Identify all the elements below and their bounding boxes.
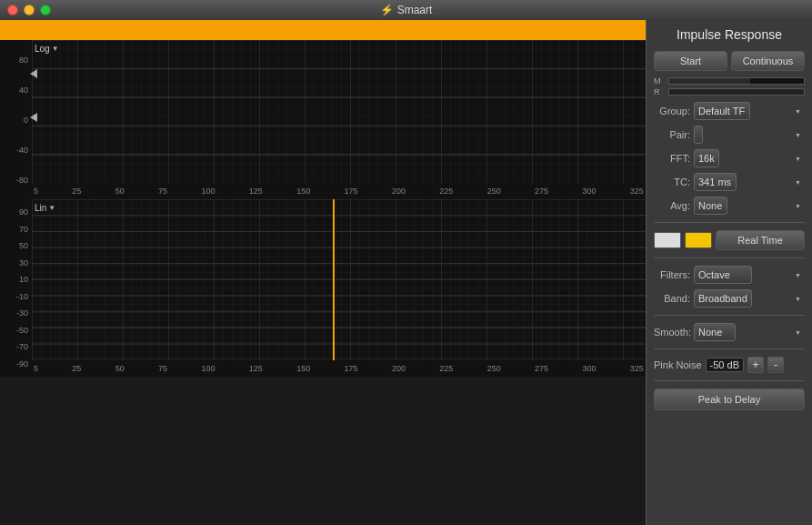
tc-select-wrapper: 341 ms 682 ms (694, 173, 805, 191)
band-select-wrapper: Broadband Custom (694, 289, 805, 308)
swatch-yellow[interactable] (685, 232, 712, 248)
filters-label: Filters: (654, 269, 690, 280)
top-x-axis: 5 25 50 75 100 125 150 175 200 225 250 2… (32, 183, 646, 199)
app-icon: ⚡ (380, 4, 394, 16)
close-button[interactable] (7, 5, 18, 15)
continuous-button[interactable]: Continuous (731, 51, 805, 71)
scale-arrow-icon: ▼ (52, 45, 59, 53)
y-label-40: 40 (0, 86, 32, 95)
smooth-label: Smooth: (654, 327, 690, 338)
swatch-white[interactable] (654, 232, 681, 248)
scale-arrow-icon-bottom: ▼ (48, 204, 55, 212)
window-controls (7, 5, 51, 15)
band-label: Band: (654, 293, 690, 304)
y-label-neg80: -80 (0, 176, 32, 185)
group-select[interactable]: Default TF (694, 102, 750, 120)
right-panel: Impulse Response Start Continuous M R Gr… (646, 20, 812, 525)
band-row: Band: Broadband Custom (654, 289, 805, 308)
bottom-chart: 90 70 50 30 10 -10 -30 -50 -70 -90 (0, 199, 646, 377)
avg-label: Avg: (654, 200, 690, 211)
fft-row: FFT: 16k 8k 4k (654, 149, 805, 167)
x-label-225: 225 (439, 187, 453, 196)
divider-1 (654, 222, 805, 223)
x-label-275: 275 (535, 187, 548, 196)
tc-row: TC: 341 ms 682 ms (654, 173, 805, 191)
color-btns-row: Real Time (654, 230, 805, 250)
bottom-y-axis: 90 70 50 30 10 -10 -30 -50 -70 -90 (0, 199, 32, 377)
smooth-select[interactable]: None 1/3 Oct 1/6 Oct (694, 323, 736, 341)
app-title: ⚡ Smaart (380, 4, 433, 16)
pink-noise-minus-button[interactable]: - (767, 357, 784, 373)
meter-r-label: R (654, 87, 665, 96)
realtime-button[interactable]: Real Time (716, 230, 805, 250)
top-scale-label[interactable]: Log ▼ (35, 44, 59, 54)
pink-noise-value: -50 dB (706, 358, 744, 372)
marker-arrow-2[interactable] (30, 113, 37, 122)
x-label-75: 75 (158, 187, 167, 196)
x-label-100: 100 (201, 187, 215, 196)
main-layout: 80 40 0 -40 -80 (0, 20, 812, 525)
top-y-axis: 80 40 0 -40 -80 (0, 40, 32, 199)
minimize-button[interactable] (24, 5, 35, 15)
x-label-200: 200 (392, 187, 406, 196)
panel-title: Impulse Response (654, 27, 805, 42)
pink-noise-label: Pink Noise (654, 359, 702, 370)
marker-arrow-1[interactable] (30, 69, 37, 78)
filters-select[interactable]: Octave 1/3 Octave None (694, 266, 752, 284)
bottom-grid (32, 199, 646, 360)
x-label-150: 150 (296, 187, 310, 196)
pair-label: Pair: (654, 129, 690, 140)
group-label: Group: (654, 106, 690, 116)
pink-noise-plus-button[interactable]: + (747, 357, 764, 373)
svg-rect-1 (32, 40, 646, 183)
meter-r-row: R (654, 87, 805, 96)
bottom-x-axis: 5 25 50 75 100 125 150 175 200 225 250 2… (32, 360, 646, 377)
maximize-button[interactable] (40, 5, 51, 15)
pair-select-wrapper (694, 126, 805, 144)
start-buttons-row: Start Continuous (654, 51, 805, 71)
y-label-neg40: -40 (0, 146, 32, 155)
fft-label: FFT: (654, 153, 690, 164)
group-select-wrapper: Default TF (694, 102, 805, 120)
top-x-labels: 5 25 50 75 100 125 150 175 200 225 250 2… (32, 187, 646, 196)
peak-to-delay-button[interactable]: Peak to Delay (654, 389, 805, 410)
x-label-25: 25 (72, 187, 81, 196)
y-label-80: 80 (0, 56, 32, 65)
avg-select[interactable]: None 2 4 8 (694, 197, 727, 215)
avg-select-wrapper: None 2 4 8 (694, 197, 805, 215)
divider-4 (654, 348, 805, 349)
start-button[interactable]: Start (654, 51, 727, 71)
x-label-125: 125 (249, 187, 263, 196)
group-row: Group: Default TF (654, 102, 805, 120)
filters-select-wrapper: Octave 1/3 Octave None (694, 266, 805, 284)
bottom-scale-label[interactable]: Lin ▼ (35, 203, 55, 213)
x-label-325: 325 (630, 187, 644, 196)
orange-bar (0, 20, 646, 40)
cursor-line (333, 199, 335, 360)
fft-select[interactable]: 16k 8k 4k (694, 149, 719, 167)
band-select[interactable]: Broadband Custom (694, 289, 752, 308)
titlebar: ⚡ Smaart (0, 0, 812, 20)
bottom-x-labels: 5 25 50 75 100 125 150 175 200 225 250 2… (32, 364, 646, 373)
divider-3 (654, 315, 805, 316)
pink-noise-row: Pink Noise -50 dB + - (654, 357, 805, 373)
x-label-175: 175 (345, 187, 358, 196)
meter-section: M R (654, 76, 805, 96)
top-chart: 80 40 0 -40 -80 (0, 40, 646, 199)
x-label-50: 50 (115, 187, 125, 196)
filters-row: Filters: Octave 1/3 Octave None (654, 266, 805, 284)
fft-select-wrapper: 16k 8k 4k (694, 149, 805, 167)
smooth-select-wrapper: None 1/3 Oct 1/6 Oct (694, 323, 805, 341)
x-label-300: 300 (582, 187, 596, 196)
charts-panel: 80 40 0 -40 -80 (0, 20, 646, 525)
pair-row: Pair: (654, 126, 805, 144)
top-grid (32, 40, 646, 183)
tc-select[interactable]: 341 ms 682 ms (694, 173, 737, 191)
pair-select[interactable] (694, 126, 703, 144)
divider-2 (654, 257, 805, 258)
meter-m-label: M (654, 76, 665, 86)
meter-m-bar (668, 77, 805, 85)
x-label-5: 5 (34, 187, 38, 196)
divider-5 (654, 380, 805, 381)
meter-m-row: M (654, 76, 805, 86)
